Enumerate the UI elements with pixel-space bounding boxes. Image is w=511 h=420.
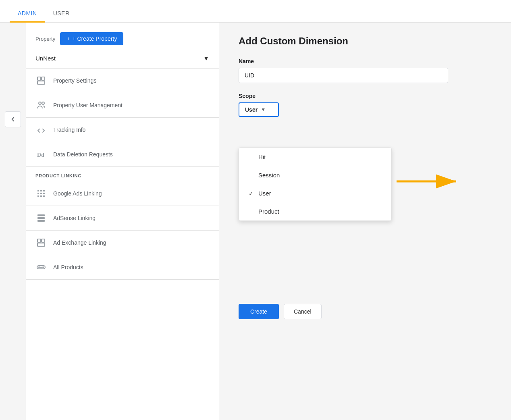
sidebar-item-data-deletion[interactable]: Dd Data Deletion Requests (26, 142, 219, 167)
svg-rect-17 (37, 220, 45, 222)
property-settings-label: Property Settings (53, 77, 96, 84)
form-title: Add Custom Dimension (239, 35, 492, 47)
sidebar-item-property-settings[interactable]: Property Settings (26, 69, 219, 93)
scope-option-product[interactable]: ✓ Product (239, 202, 391, 220)
svg-rect-19 (42, 239, 45, 242)
svg-rect-9 (37, 193, 39, 194)
ad-exchange-label: Ad Exchange Linking (53, 239, 106, 246)
svg-point-22 (38, 266, 40, 268)
svg-rect-18 (37, 239, 41, 242)
svg-point-4 (42, 102, 44, 104)
orange-arrow-annotation (397, 174, 461, 190)
tracking-info-label: Tracking Info (53, 127, 85, 133)
name-label: Name (239, 58, 492, 64)
scope-selected-value: User (245, 106, 258, 113)
scope-option-hit-label: Hit (258, 154, 266, 160)
all-products-label: All Products (53, 264, 83, 270)
svg-rect-14 (43, 195, 45, 197)
svg-rect-2 (37, 81, 45, 84)
user-management-label: Property User Management (53, 102, 123, 108)
nav-admin[interactable]: ADMIN (10, 4, 45, 23)
scope-dropdown-arrow-icon: ▼ (261, 107, 266, 112)
scope-option-product-label: Product (258, 208, 279, 215)
sidebar-item-google-ads[interactable]: Google Ads Linking (26, 181, 219, 206)
google-ads-label: Google Ads Linking (53, 190, 102, 197)
plus-icon: + (66, 35, 70, 42)
scope-option-session-label: Session (258, 172, 280, 179)
google-ads-icon (35, 188, 47, 199)
sidebar: Property + + Create Property UnNest ▼ Pr… (26, 23, 219, 420)
svg-rect-7 (40, 190, 42, 191)
sidebar-item-user-management[interactable]: Property User Management (26, 93, 219, 118)
property-dropdown[interactable]: UnNest ▼ (26, 52, 219, 69)
top-nav: ADMIN USER (0, 0, 511, 23)
svg-rect-15 (37, 214, 45, 216)
svg-rect-8 (43, 190, 45, 191)
layout-icon (35, 75, 47, 86)
selected-property: UnNest (35, 55, 56, 62)
svg-point-3 (39, 102, 41, 104)
svg-rect-10 (40, 193, 42, 194)
adsense-label: AdSense Linking (53, 215, 96, 221)
data-deletion-icon: Dd (35, 149, 47, 160)
right-panel: Add Custom Dimension Name Scope User ▼ ✓… (219, 23, 511, 420)
scope-label: Scope (239, 93, 492, 99)
name-input[interactable] (239, 68, 448, 83)
sidebar-item-all-products[interactable]: All Products (26, 255, 219, 280)
data-deletion-label: Data Deletion Requests (53, 151, 113, 158)
nav-user[interactable]: USER (45, 4, 78, 23)
scope-dropdown-button[interactable]: User ▼ (239, 102, 279, 117)
create-button[interactable]: Create (239, 304, 279, 319)
back-col (0, 23, 26, 420)
svg-rect-11 (43, 193, 45, 194)
sidebar-item-tracking-info[interactable]: Tracking Info (26, 118, 219, 142)
main-content: Property + + Create Property UnNest ▼ Pr… (0, 23, 511, 420)
svg-rect-20 (37, 243, 45, 246)
scope-form-group: Scope User ▼ (239, 93, 492, 117)
svg-rect-1 (42, 77, 45, 80)
scope-option-user[interactable]: ✓ User (239, 184, 391, 202)
form-buttons: Create Cancel (239, 304, 322, 319)
scope-option-user-label: User (258, 190, 271, 197)
property-header: Property + + Create Property (26, 32, 219, 52)
scope-option-session[interactable]: ✓ Session (239, 166, 391, 184)
svg-rect-16 (37, 217, 45, 219)
dropdown-arrow-icon: ▼ (203, 55, 209, 62)
code-icon (35, 124, 47, 135)
svg-text:Dd: Dd (37, 152, 44, 158)
svg-point-23 (42, 266, 44, 268)
property-label: Property (35, 36, 55, 42)
svg-rect-0 (37, 77, 41, 80)
sidebar-item-adsense[interactable]: AdSense Linking (26, 206, 219, 231)
sidebar-item-ad-exchange[interactable]: Ad Exchange Linking (26, 231, 219, 255)
create-property-label: + Create Property (72, 35, 117, 42)
check-user-icon: ✓ (249, 190, 255, 197)
adsense-icon (35, 212, 47, 224)
scope-option-hit[interactable]: ✓ Hit (239, 148, 391, 166)
back-button[interactable] (5, 111, 21, 127)
cancel-button[interactable]: Cancel (284, 304, 322, 319)
product-linking-header: PRODUCT LINKING (26, 167, 219, 181)
users-icon (35, 100, 47, 111)
create-property-button[interactable]: + + Create Property (60, 32, 123, 45)
svg-rect-6 (37, 190, 39, 191)
all-products-icon (35, 262, 47, 273)
name-form-group: Name (239, 58, 492, 83)
svg-rect-12 (37, 195, 39, 197)
ad-exchange-icon (35, 237, 47, 248)
scope-dropdown-menu: ✓ Hit ✓ Session ✓ User ✓ Product (239, 148, 392, 221)
svg-rect-13 (40, 195, 42, 197)
